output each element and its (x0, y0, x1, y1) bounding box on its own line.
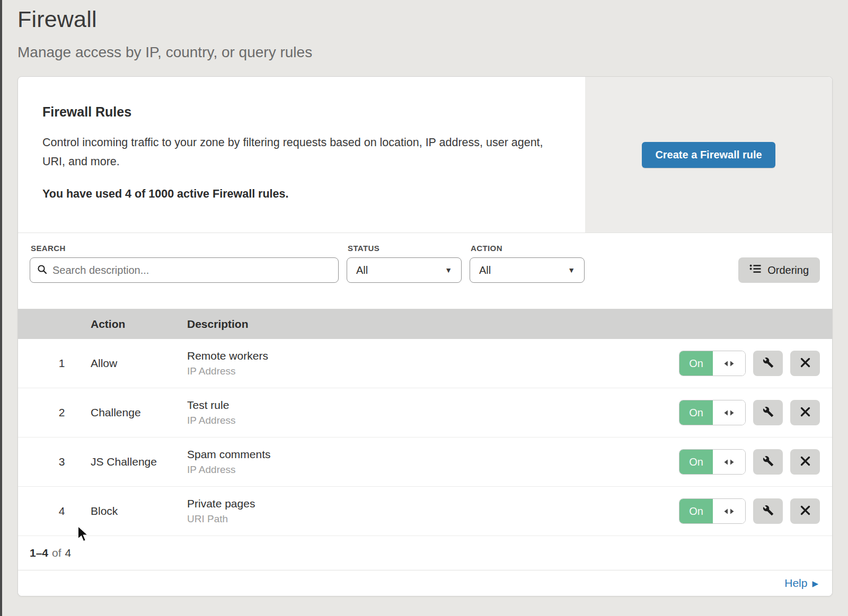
ordering-button-label: Ordering (767, 264, 809, 276)
help-row: Help ▶ (18, 570, 832, 596)
close-icon (800, 358, 810, 369)
delete-rule-button[interactable] (790, 351, 820, 376)
rule-enabled-toggle[interactable]: On (679, 400, 746, 425)
rule-controls: On (679, 449, 832, 475)
action-label: ACTION (471, 244, 585, 253)
table-row: 1 Allow Remote workers IP Address On (18, 339, 832, 388)
card-top-section: Firewall Rules Control incoming traffic … (18, 77, 832, 233)
rule-enabled-toggle[interactable]: On (679, 498, 746, 524)
toggle-on-label: On (679, 400, 713, 425)
edit-rule-button[interactable] (753, 498, 783, 524)
edit-rule-button[interactable] (753, 449, 783, 475)
pagination-range: 1–4 (30, 547, 48, 559)
rule-action: JS Challenge (91, 456, 187, 468)
close-icon (800, 505, 810, 517)
rule-field: IP Address (187, 464, 679, 476)
close-icon (800, 407, 810, 418)
wrench-icon (763, 456, 774, 468)
firewall-rules-info: Firewall Rules Control incoming traffic … (18, 77, 585, 233)
ordering-button[interactable]: Ordering (738, 257, 820, 283)
page-subtitle: Manage access by IP, country, or query r… (17, 44, 848, 61)
chevron-down-icon: ▼ (445, 266, 452, 274)
toggle-on-label: On (679, 351, 713, 376)
toggle-arrows-icon (713, 351, 745, 376)
chevron-down-icon: ▼ (568, 266, 575, 274)
close-icon (800, 456, 810, 468)
rule-priority: 2 (18, 406, 91, 419)
wrench-icon (763, 406, 774, 419)
pagination-separator: of (52, 547, 61, 559)
rule-enabled-toggle[interactable]: On (679, 449, 746, 475)
section-description: Control incoming traffic to your zone by… (42, 133, 546, 171)
delete-rule-button[interactable] (790, 449, 820, 475)
pagination-footer: 1–4 of 4 (18, 536, 832, 570)
rule-controls: On (679, 400, 832, 425)
toggle-arrows-icon (713, 400, 745, 425)
rule-priority: 4 (18, 505, 91, 517)
status-selected-value: All (356, 264, 368, 276)
usage-summary: You have used 4 of 1000 active Firewall … (42, 188, 564, 201)
rule-controls: On (679, 351, 832, 376)
pagination-total: 4 (65, 547, 72, 559)
rule-action: Allow (91, 357, 187, 370)
page-header: Firewall Manage access by IP, country, o… (0, 0, 848, 61)
search-input-wrapper[interactable] (30, 257, 339, 283)
rule-description: Private pages (187, 497, 679, 510)
window-left-edge (0, 0, 2, 616)
action-filter-group: ACTION All ▼ (470, 244, 585, 283)
rule-description: Remote workers (187, 350, 679, 362)
rule-description: Test rule (187, 399, 679, 412)
rule-action: Challenge (91, 406, 187, 419)
ordered-list-icon (749, 264, 761, 276)
delete-rule-button[interactable] (790, 400, 820, 425)
action-column-header: Action (91, 318, 187, 331)
search-label: SEARCH (31, 244, 339, 253)
status-filter-group: STATUS All ▼ (347, 244, 462, 283)
search-filter-group: SEARCH (30, 244, 339, 283)
status-select[interactable]: All ▼ (347, 257, 462, 283)
help-link[interactable]: Help ▶ (784, 577, 818, 590)
help-arrow-icon: ▶ (812, 579, 818, 588)
section-title: Firewall Rules (42, 104, 564, 120)
filter-bar: SEARCH STATUS All ▼ ACTION All ▼ (18, 233, 832, 309)
rule-enabled-toggle[interactable]: On (679, 351, 746, 376)
toggle-arrows-icon (713, 499, 745, 523)
page-title: Firewall (17, 6, 848, 32)
search-input[interactable] (52, 264, 331, 276)
edit-rule-button[interactable] (753, 351, 783, 376)
rule-field: IP Address (187, 415, 679, 426)
table-row: 2 Challenge Test rule IP Address On (18, 388, 832, 438)
table-row: 3 JS Challenge Spam comments IP Address … (18, 438, 832, 487)
rule-action: Block (91, 505, 187, 517)
rule-priority: 3 (18, 456, 91, 468)
rule-controls: On (679, 498, 832, 524)
search-icon (37, 264, 47, 276)
status-label: STATUS (348, 244, 462, 253)
action-selected-value: All (479, 264, 491, 276)
toggle-arrows-icon (713, 450, 745, 474)
toggle-on-label: On (679, 450, 713, 474)
rule-priority: 1 (18, 357, 91, 370)
rule-field: IP Address (187, 365, 679, 377)
toggle-on-label: On (679, 499, 713, 523)
table-header: Action Description (18, 309, 832, 339)
action-select[interactable]: All ▼ (470, 257, 585, 283)
firewall-rules-card: Firewall Rules Control incoming traffic … (17, 76, 833, 596)
rule-field: URI Path (187, 513, 679, 525)
create-rule-panel: Create a Firewall rule (585, 77, 832, 233)
help-link-label: Help (784, 577, 807, 590)
create-firewall-rule-button[interactable]: Create a Firewall rule (642, 142, 775, 168)
wrench-icon (763, 505, 774, 517)
table-row: 4 Block Private pages URI Path On (18, 487, 832, 536)
description-column-header: Description (187, 318, 832, 331)
edit-rule-button[interactable] (753, 400, 783, 425)
delete-rule-button[interactable] (790, 498, 820, 524)
rule-description: Spam comments (187, 448, 679, 461)
wrench-icon (763, 357, 774, 370)
